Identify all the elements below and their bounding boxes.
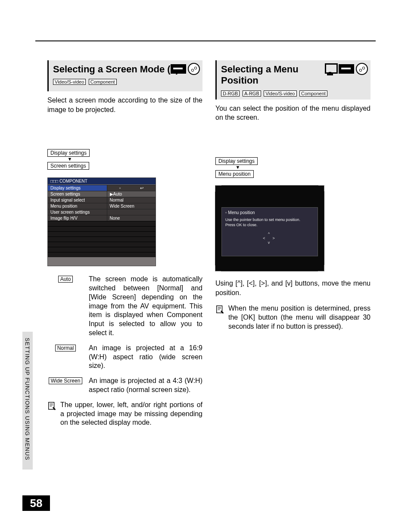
osd-row: User screen settings bbox=[48, 209, 156, 215]
breadcrumb: Display settings ▼ Menu position bbox=[215, 157, 371, 178]
osd-row: Input signal select Normal bbox=[48, 197, 156, 203]
option-text: An image is projected at a 4:3 (W:H) asp… bbox=[84, 376, 202, 395]
section-title: Selecting a Menu Position bbox=[221, 64, 307, 87]
tag: Component bbox=[89, 79, 117, 85]
breadcrumb: Display settings ▼ Screen settings bbox=[47, 149, 202, 170]
lead-text: Select a screen mode according to the si… bbox=[47, 96, 202, 114]
note-text: The upper, lower, left, and/or right por… bbox=[60, 401, 202, 427]
header-icons bbox=[171, 63, 200, 75]
lead-text: You can select the position of the menu … bbox=[215, 104, 371, 122]
osd-panel-msg1: Use the pointer button to set menu posit… bbox=[225, 218, 314, 223]
osd-panel: ▫ Menu position Use the pointer button t… bbox=[221, 207, 318, 256]
tag: D-RGB bbox=[221, 90, 240, 96]
crumb-item: Display settings bbox=[47, 149, 90, 157]
option-item: Wide Screen An image is projected at a 4… bbox=[47, 376, 202, 395]
note-block: The upper, lower, left, and/or right por… bbox=[47, 401, 202, 427]
monitor-icon bbox=[324, 63, 337, 75]
page-number: 58 bbox=[22, 495, 50, 511]
note-icon bbox=[215, 305, 225, 314]
page-content: Selecting a Screen Mode (2) Video/S-vide… bbox=[47, 60, 375, 427]
option-label: Normal bbox=[55, 345, 76, 352]
osd-header: □□□ COMPONENT bbox=[48, 178, 156, 184]
crumb-item: Menu position bbox=[215, 170, 254, 178]
right-column: Selecting a Menu Position D-RGB A-RGB Vi… bbox=[215, 60, 371, 427]
osd-screenshot-right: ▫ Menu position Use the pointer button t… bbox=[215, 186, 324, 271]
tag: Component bbox=[299, 90, 327, 96]
tag: Video/S-video bbox=[264, 90, 296, 96]
option-item: Normal An image is projected at a 16:9 (… bbox=[47, 344, 202, 370]
link-icon bbox=[356, 63, 368, 75]
tag: Video/S-video bbox=[53, 79, 86, 85]
section-header-right: Selecting a Menu Position D-RGB A-RGB Vi… bbox=[215, 60, 371, 100]
option-label: Auto bbox=[58, 276, 73, 283]
osd-row: Display settings ▫↩ bbox=[48, 185, 156, 191]
option-item: Auto The screen mode is automatically sw… bbox=[47, 275, 202, 338]
osd-panel-title: ▫ Menu position bbox=[225, 210, 314, 215]
side-tab: SETTING UP FUNCTIONS USING MENUS bbox=[22, 332, 33, 470]
options-list: Auto The screen mode is automatically sw… bbox=[47, 275, 202, 395]
link-icon bbox=[188, 63, 200, 75]
chevron-down-icon: ▼ bbox=[47, 157, 92, 162]
chevron-down-icon: ▼ bbox=[215, 165, 260, 170]
section-header-left: Selecting a Screen Mode (2) Video/S-vide… bbox=[47, 60, 202, 91]
input-tags: D-RGB A-RGB Video/S-video Component bbox=[221, 89, 366, 97]
header-icons bbox=[324, 63, 368, 75]
note-icon bbox=[47, 401, 57, 411]
osd-row: Menu position Wide Screen bbox=[48, 203, 156, 209]
option-label: Wide Screen bbox=[49, 377, 83, 384]
note-text: When the menu position is determined, pr… bbox=[228, 304, 371, 331]
input-tags: Video/S-video Component bbox=[53, 78, 198, 85]
input-card-icon bbox=[339, 64, 354, 74]
note-block: When the menu position is determined, pr… bbox=[215, 304, 371, 331]
input-card-icon bbox=[171, 64, 186, 74]
osd-row: Image flip H/V None bbox=[48, 215, 156, 221]
osd-screenshot-left: □□□ COMPONENT Display settings ▫↩ Screen… bbox=[47, 177, 156, 266]
arrow-pad-icon: ^< >v bbox=[225, 232, 314, 245]
side-tab-label: SETTING UP FUNCTIONS USING MENUS bbox=[22, 338, 31, 460]
body-text: Using [^], [<], [>], and [v] buttons, mo… bbox=[215, 279, 371, 297]
option-text: An image is projected at a 16:9 (W:H) as… bbox=[84, 344, 202, 370]
tag: A-RGB bbox=[243, 90, 261, 96]
option-text: The screen mode is automatically switche… bbox=[84, 275, 202, 338]
left-column: Selecting a Screen Mode (2) Video/S-vide… bbox=[47, 60, 202, 427]
osd-panel-msg2: Press OK to close. bbox=[225, 223, 314, 228]
osd-row: Screen settings ▶Auto bbox=[48, 191, 156, 197]
crumb-item: Display settings bbox=[215, 157, 258, 165]
crumb-item: Screen settings bbox=[47, 162, 89, 170]
